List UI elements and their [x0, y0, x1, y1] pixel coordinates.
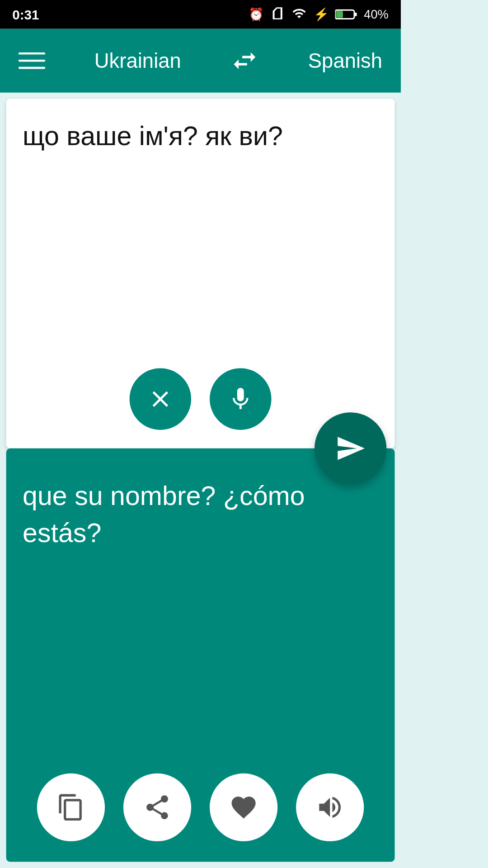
battery-percent: 40%: [364, 7, 389, 22]
translation-actions: [37, 774, 364, 841]
status-bar: 0:31 ⏰ ⚡ 40%: [0, 0, 401, 29]
svg-rect-1: [336, 11, 343, 18]
source-panel: що ваше ім'я? як ви?: [6, 99, 395, 448]
translated-text: que su nombre? ¿cómo estás?: [23, 477, 378, 552]
source-language-button[interactable]: Ukrainian: [94, 49, 181, 72]
send-button[interactable]: [314, 412, 386, 484]
swap-languages-button[interactable]: [230, 46, 259, 75]
status-icons: ⏰ ⚡ 40%: [249, 6, 388, 24]
battery-icon: [335, 8, 358, 20]
speaker-button[interactable]: [296, 774, 364, 841]
translation-panel: que su nombre? ¿cómo estás?: [6, 448, 395, 862]
sim-icon: [270, 6, 285, 24]
alarm-icon: ⏰: [249, 7, 264, 22]
menu-button[interactable]: [19, 52, 45, 69]
main-content: що ваше ім'я? як ви? que su n: [0, 93, 401, 868]
favorite-button[interactable]: [210, 774, 277, 841]
clear-button[interactable]: [130, 368, 191, 429]
source-actions: [130, 368, 272, 429]
svg-rect-2: [354, 13, 357, 16]
status-time: 0:31: [12, 7, 39, 22]
share-button[interactable]: [123, 774, 191, 841]
target-language-button[interactable]: Spanish: [308, 49, 382, 72]
signal-icon: [291, 6, 307, 24]
charge-icon: ⚡: [314, 7, 329, 22]
copy-button[interactable]: [37, 774, 105, 841]
source-text[interactable]: що ваше ім'я? як ви?: [23, 117, 378, 155]
microphone-button[interactable]: [210, 368, 271, 429]
toolbar: Ukrainian Spanish: [0, 29, 401, 93]
